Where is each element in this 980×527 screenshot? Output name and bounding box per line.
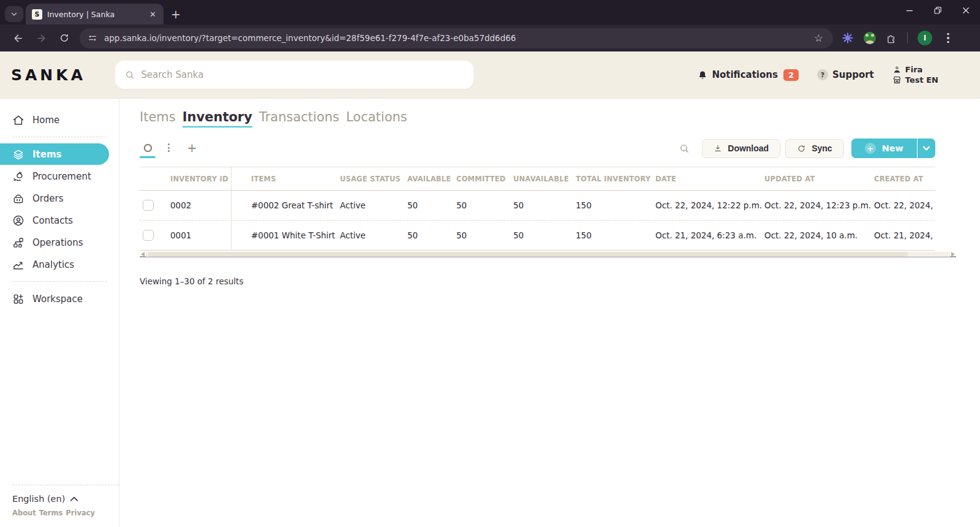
col-inventory-id[interactable]: INVENTORY ID xyxy=(168,167,232,190)
row-checkbox[interactable] xyxy=(143,200,154,211)
horizontal-scrollbar[interactable] xyxy=(140,252,956,257)
site-info-icon[interactable] xyxy=(87,32,98,44)
close-window-button[interactable] xyxy=(952,0,980,21)
cell-item[interactable]: #0002 Great T-shirt xyxy=(232,200,339,210)
sync-label: Sync xyxy=(812,143,832,153)
col-items[interactable]: ITEMS xyxy=(232,175,339,183)
browser-tab[interactable]: S Inventory | Sanka ✕ xyxy=(26,4,164,25)
support-button[interactable]: ? Support xyxy=(817,69,874,80)
cell-item[interactable]: #0001 White T-Shirt xyxy=(232,230,339,240)
table-row[interactable]: 0001 #0001 White T-Shirt Active 50 50 50… xyxy=(140,221,935,251)
tab-search-button[interactable] xyxy=(5,6,23,22)
new-button[interactable]: + New xyxy=(851,138,917,158)
cell-available: 50 xyxy=(406,230,455,240)
notifications-button[interactable]: Notifications 2 xyxy=(698,69,799,81)
col-available[interactable]: AVAILABLE xyxy=(406,175,455,183)
procurement-icon xyxy=(12,170,24,183)
sidebar-divider xyxy=(12,281,107,282)
bookmark-star-icon[interactable]: ☆ xyxy=(812,32,826,44)
user-menu[interactable]: Fira Test EN xyxy=(892,65,938,85)
notifications-label: Notifications xyxy=(712,69,778,80)
browser-tab-strip: S Inventory | Sanka ✕ + xyxy=(0,0,980,25)
new-tab-button[interactable]: + xyxy=(164,7,187,25)
browser-chrome: S Inventory | Sanka ✕ + app.sanka.io/inv… xyxy=(0,0,980,51)
sidebar-item-analytics[interactable]: Analytics xyxy=(0,254,119,275)
chevron-up-icon xyxy=(70,496,78,502)
sidebar-item-label: Operations xyxy=(32,237,83,248)
cell-date: Oct. 21, 2024, 6:23 a.m. xyxy=(654,230,763,240)
col-created-at[interactable]: CREATED AT xyxy=(873,175,935,183)
new-split-button: + New xyxy=(851,138,935,158)
col-date[interactable]: DATE xyxy=(654,175,763,183)
notifications-badge: 2 xyxy=(783,69,799,81)
tab-transactions[interactable]: Transactions xyxy=(259,110,339,127)
browser-profile-avatar[interactable]: I xyxy=(918,31,932,45)
sidebar-item-workspace[interactable]: Workspace xyxy=(0,288,119,309)
search-icon xyxy=(125,70,135,80)
url-text: app.sanka.io/inventory/?target=commerce_… xyxy=(104,33,812,43)
table-search-icon[interactable] xyxy=(679,143,690,154)
row-checkbox[interactable] xyxy=(143,230,154,241)
view-tab-circle[interactable] xyxy=(140,143,156,158)
col-committed[interactable]: COMMITTED xyxy=(455,175,512,183)
col-updated-at[interactable]: UPDATED AT xyxy=(763,175,873,183)
sidebar-divider xyxy=(12,137,107,137)
extensions-puzzle-icon[interactable] xyxy=(886,32,897,44)
language-selector[interactable]: English (en) xyxy=(12,494,119,504)
download-button[interactable]: Download xyxy=(702,139,780,158)
table-row[interactable]: 0002 #0002 Great T-shirt Active 50 50 50… xyxy=(140,191,935,221)
results-count: Viewing 1–30 of 2 results xyxy=(140,276,935,286)
page-tabs: Items Inventory Transactions Locations xyxy=(140,110,935,127)
terms-link[interactable]: Terms xyxy=(39,509,63,517)
scroll-right-arrow[interactable] xyxy=(951,252,955,257)
sidebar-item-items[interactable]: Items xyxy=(0,143,109,165)
url-bar[interactable]: app.sanka.io/inventory/?target=commerce_… xyxy=(80,28,833,48)
cell-total-inventory: 150 xyxy=(575,200,654,210)
extension-burst-icon[interactable] xyxy=(842,32,854,44)
cell-inventory-id: 0002 xyxy=(168,191,232,220)
col-usage-status[interactable]: USAGE STATUS xyxy=(339,175,406,183)
add-view-button[interactable]: + xyxy=(187,140,197,155)
tab-inventory[interactable]: Inventory xyxy=(183,110,252,127)
user-name: Fira xyxy=(905,65,923,74)
favicon: S xyxy=(32,9,42,20)
col-total-inventory[interactable]: TOTAL INVENTORY xyxy=(575,175,654,183)
sidebar-item-label: Home xyxy=(32,115,59,126)
sanka-logo[interactable]: SANKA xyxy=(11,66,115,84)
sidebar-item-operations[interactable]: Operations xyxy=(0,232,119,253)
reload-button[interactable] xyxy=(54,28,75,48)
extension-frog-icon[interactable] xyxy=(864,32,876,44)
operations-icon xyxy=(12,237,24,249)
sidebar-item-contacts[interactable]: Contacts xyxy=(0,210,119,231)
tab-close-icon[interactable]: ✕ xyxy=(147,9,159,20)
forward-button[interactable] xyxy=(31,28,51,48)
sidebar-item-orders[interactable]: Orders xyxy=(0,188,119,209)
cell-unavailable: 50 xyxy=(512,200,575,210)
cell-total-inventory: 150 xyxy=(575,230,654,240)
tab-locations[interactable]: Locations xyxy=(346,110,407,127)
scroll-left-arrow[interactable] xyxy=(141,252,145,257)
sidebar-item-label: Analytics xyxy=(32,259,74,270)
search-input[interactable] xyxy=(141,69,464,80)
about-link[interactable]: About xyxy=(12,509,36,517)
global-search-box[interactable] xyxy=(115,61,473,89)
sidebar-item-home[interactable]: Home xyxy=(0,109,119,131)
scrollbar-thumb[interactable] xyxy=(148,252,908,257)
new-dropdown-button[interactable] xyxy=(917,138,935,158)
tab-items[interactable]: Items xyxy=(140,110,176,127)
cell-usage-status: Active xyxy=(339,230,406,240)
scrollbar-track[interactable] xyxy=(146,252,950,257)
col-unavailable[interactable]: UNAVAILABLE xyxy=(512,175,575,183)
restore-button[interactable] xyxy=(924,0,952,21)
browser-menu-icon[interactable] xyxy=(942,33,954,44)
sidebar-item-procurement[interactable]: Procurement xyxy=(0,165,119,187)
back-button[interactable] xyxy=(7,28,28,48)
minimize-button[interactable] xyxy=(895,0,924,21)
privacy-link[interactable]: Privacy xyxy=(66,509,95,517)
support-label: Support xyxy=(832,69,874,80)
view-options-kebab[interactable] xyxy=(164,143,173,152)
home-icon xyxy=(12,114,24,126)
cell-unavailable: 50 xyxy=(512,230,575,240)
contact-icon xyxy=(12,214,24,227)
sync-button[interactable]: Sync xyxy=(785,139,843,158)
